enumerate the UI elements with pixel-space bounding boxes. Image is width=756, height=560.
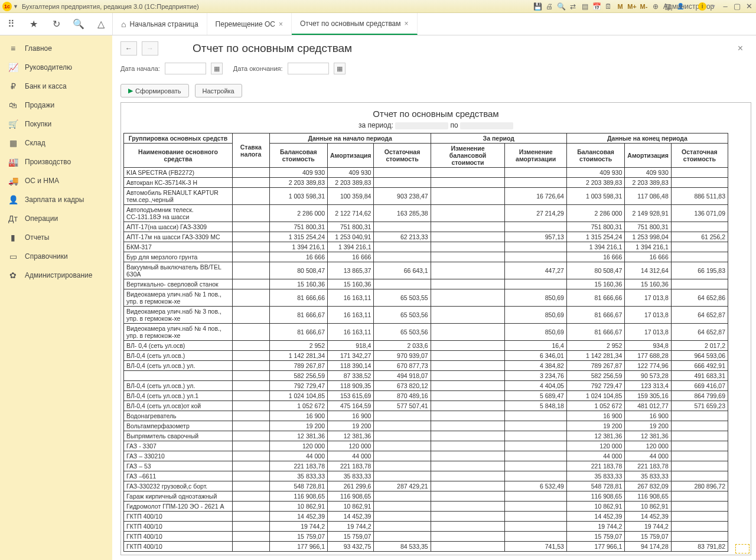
sidebar-label: Операции	[25, 214, 58, 223]
sidebar-item[interactable]: ▮Отчеты	[0, 228, 112, 247]
info-icon[interactable]: i	[698, 2, 706, 11]
table-row: Автокран КС-35714К-3 Н2 203 389,832 203 …	[124, 178, 728, 188]
minimize-icon[interactable]: –	[721, 2, 730, 11]
sidebar-item[interactable]: 🛒Покупки	[0, 115, 112, 134]
maximize-icon[interactable]: ▢	[732, 2, 742, 11]
nav-back-button[interactable]: ←	[120, 41, 137, 56]
settings-button[interactable]: Настройка	[195, 84, 242, 97]
table-row: Выпрямитель сварочный12 381,3612 381,361…	[124, 431, 728, 441]
sidebar-label: ОС и НМА	[25, 177, 59, 185]
tab-move-os[interactable]: Перемещение ОС×	[207, 13, 292, 35]
preview-icon[interactable]: 🔍	[556, 2, 566, 11]
m-plus-icon[interactable]: M+	[627, 2, 637, 11]
home-icon: ⌂	[121, 19, 126, 29]
sidebar-item[interactable]: ✿Администрирование	[0, 266, 112, 285]
compare-icon[interactable]: ⇄	[568, 2, 578, 11]
sidebar-icon: 🏭	[8, 157, 18, 167]
favorite-icon[interactable]: ★	[22, 13, 45, 35]
table-row: Видеокамера улич.наб № 1 пов., упр. в ге…	[124, 289, 728, 307]
sidebar-item[interactable]: 🏭Производство	[0, 152, 112, 171]
print-icon[interactable]: 🖨	[545, 2, 554, 11]
sidebar-item[interactable]: ▭Справочники	[0, 247, 112, 266]
sidebar-icon: 🛒	[8, 119, 18, 129]
table-row: ГКТП 400/1015 759,0715 759,0715 759,0715…	[124, 532, 728, 542]
report-period: за период: по	[121, 121, 751, 129]
m-minus-icon[interactable]: M-	[639, 2, 649, 11]
date-end-label: Дата окончания:	[233, 65, 283, 72]
table-row: ВЛ-0,4 (сеть ул.осв.) ул.11 024 104,8515…	[124, 391, 728, 401]
sidebar-icon: ▦	[8, 138, 18, 148]
sidebar-icon: ▮	[8, 233, 18, 242]
apps-grid-icon[interactable]: ⠿	[0, 13, 22, 35]
calc-icon[interactable]: ▤	[580, 2, 589, 11]
sidebar-label: Банк и касса	[25, 82, 67, 90]
sidebar-label: Зарплата и кадры	[25, 196, 84, 204]
close-page-icon[interactable]: ×	[738, 43, 748, 54]
app-menu-dropdown[interactable]: ▼	[13, 4, 18, 9]
sidebar-icon: ▭	[8, 252, 18, 261]
table-row: Вертикально- сверловой станок15 160,3615…	[124, 279, 728, 289]
table-row: Видеокамера улич.наб № 4 пов., упр. в ге…	[124, 324, 728, 341]
sidebar-icon: ✿	[8, 271, 18, 280]
schedule-icon[interactable]: 🗓	[604, 2, 613, 11]
sidebar-icon: 👤	[8, 195, 18, 204]
window-title: Бухгалтерия предприятия, редакция 3.0 (1…	[22, 3, 533, 10]
table-row: Водонагреватель16 90016 90016 90016 900	[124, 411, 728, 421]
date-start-input[interactable]	[165, 63, 206, 74]
date-start-label: Дата начала:	[120, 65, 160, 72]
close-tab-icon[interactable]: ×	[279, 20, 283, 28]
zoom-in-icon[interactable]: ⊕	[651, 2, 660, 11]
report-table: Группировка основных средств Ставка нало…	[123, 133, 728, 552]
table-row: ГАЗ-330232 грузовой,с борт.548 728,81261…	[124, 481, 728, 491]
tab-home[interactable]: ⌂Начальная страница	[113, 13, 207, 35]
sidebar-item[interactable]: ₽Банк и касса	[0, 77, 112, 96]
generate-button[interactable]: ▶Сформировать	[120, 84, 189, 97]
table-row: Вольтамперфазометр19 20019 20019 20019 2…	[124, 421, 728, 431]
sidebar-icon: 🚚	[8, 176, 18, 185]
sidebar-item[interactable]: 📈Руководителю	[0, 58, 112, 77]
table-row: Гидромолот ГПМ-120 ЭО - 2621 А10 862,911…	[124, 502, 728, 512]
sidebar-item[interactable]: 🛍Продажи	[0, 96, 112, 115]
sidebar-label: Главное	[25, 44, 52, 53]
sidebar-item[interactable]: ДтОперации	[0, 209, 112, 228]
sidebar-icon: ₽	[8, 82, 18, 91]
play-icon: ▶	[128, 87, 133, 95]
page-title: Отчет по основным средствам	[193, 42, 352, 55]
sidebar-item[interactable]: ▦Склад	[0, 134, 112, 152]
table-row: ГАЗ – 33021044 00044 00044 00044 000	[124, 451, 728, 461]
sidebar-icon: Дт	[8, 214, 18, 223]
sidebar-label: Руководителю	[25, 63, 72, 71]
table-row: Видеокамера улич.наб № 3 пов., упр. в ге…	[124, 307, 728, 324]
date-end-cal-icon[interactable]: ▦	[334, 63, 346, 74]
sidebar-icon: ≡	[8, 44, 18, 53]
table-row: ВЛ-0,4 (сеть ул.осв.)1 142 281,34171 342…	[124, 351, 728, 361]
info-dd-icon[interactable]: ▼	[709, 2, 718, 11]
calendar-icon[interactable]: 📅	[592, 2, 601, 11]
m-icon[interactable]: M	[615, 2, 625, 11]
search-icon[interactable]: 🔍	[67, 13, 90, 35]
table-row: ВЛ-0,4 (сеть ул.осв.) ул.789 267,87118 3…	[124, 361, 728, 371]
save-icon[interactable]: 💾	[533, 2, 542, 11]
table-row: 582 256,5987 338,52494 918,073 234,76582…	[124, 371, 728, 381]
nav-forward-button[interactable]: →	[142, 41, 158, 56]
sidebar-label: Администрирование	[25, 271, 92, 279]
table-row: ВЛ- 0,4 (сеть ул.осв)2 952918,42 033,616…	[124, 341, 728, 351]
tab-report-os[interactable]: Отчет по основным средствам×	[292, 13, 418, 35]
table-row: ГКТП 400/1019 744,219 744,219 744,219 74…	[124, 522, 728, 532]
sidebar-item[interactable]: ≡Главное	[0, 39, 112, 58]
resize-handle[interactable]	[735, 544, 750, 554]
table-row: ГАЗ –661135 833,3335 833,3335 833,3335 8…	[124, 471, 728, 481]
bell-icon[interactable]: △	[90, 13, 112, 35]
close-tab-icon[interactable]: ×	[405, 19, 409, 28]
user-label[interactable]: 👤 Администратор	[674, 2, 696, 11]
sidebar-item[interactable]: 🚚ОС и НМА	[0, 171, 112, 190]
table-row: Автомобиль RENAULT KAPTUR тем.сер.,черны…	[124, 188, 728, 205]
date-start-cal-icon[interactable]: ▦	[211, 63, 223, 74]
table-row: KIA SPECTRA (FB2272)409 930409 930409 93…	[124, 168, 728, 178]
sidebar-item[interactable]: 👤Зарплата и кадры	[0, 190, 112, 209]
close-window-icon[interactable]: ✕	[744, 2, 754, 11]
table-row: Гараж кирпичный одноэтажный116 908,65116…	[124, 491, 728, 502]
table-row: Автоподъемник телеск. СС-131.18Э на шасс…	[124, 205, 728, 222]
history-icon[interactable]: ↻	[45, 13, 67, 35]
date-end-input[interactable]	[288, 63, 329, 74]
